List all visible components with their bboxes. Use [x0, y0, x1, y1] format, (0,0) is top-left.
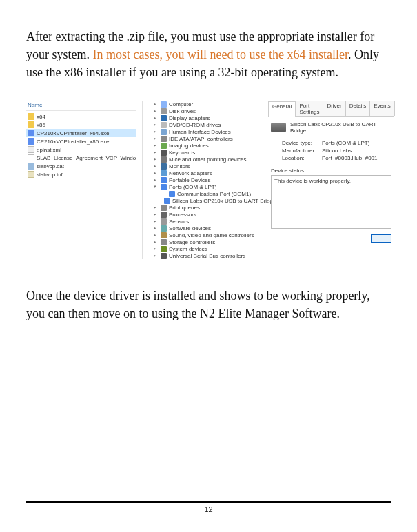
device-tree-node[interactable]: ▸Print queues	[145, 204, 259, 211]
properties-tab[interactable]: Driver	[323, 101, 345, 116]
device-tree-node[interactable]: ▸Network adapters	[145, 170, 259, 176]
explorer-file-row[interactable]: slabvcp.inf	[26, 170, 136, 178]
page-number: 12	[26, 504, 391, 513]
device-status-text: This device is working properly.	[274, 178, 351, 184]
explorer-file-label: x64	[37, 114, 45, 120]
device-tree-node[interactable]: ▾Ports (COM & LPT)	[145, 183, 259, 190]
device-tree-label: Sound, video and game controllers	[169, 232, 254, 238]
device-tree-label: Sensors	[169, 218, 189, 225]
explorer-file-row[interactable]: dpinst.xml	[26, 145, 136, 154]
device-tree-label: Print queues	[169, 205, 200, 211]
device-status-box: This device is working properly.	[271, 175, 391, 229]
tree-caret-icon: ▸	[154, 150, 159, 155]
device-title: Silicon Labs CP210x USB to UART Bridge	[290, 121, 391, 134]
explorer-file-row[interactable]: slabvcp.cat	[26, 162, 136, 170]
tree-caret-icon: ▸	[154, 163, 159, 169]
explorer-column-header[interactable]: Name	[26, 101, 136, 111]
device-category-icon	[161, 184, 167, 190]
page-footer: 12	[26, 501, 391, 515]
explorer-file-label: SLAB_License_Agreement_VCP_Windows.txt	[37, 155, 136, 161]
intro-highlight: In most cases, you will need to use the …	[93, 48, 348, 61]
tree-caret-icon: ▾	[154, 184, 159, 190]
properties-tab[interactable]: Port Settings	[295, 101, 323, 116]
device-tree-node[interactable]: ▸Disk drives	[145, 108, 259, 114]
device-property-value: Ports (COM & LPT)	[322, 140, 369, 146]
device-category-icon	[164, 198, 170, 204]
followup-paragraph: Once the device driver is installed and …	[26, 287, 391, 323]
device-tree-node[interactable]: ▸Mice and other pointing devices	[145, 156, 259, 163]
device-tree-node[interactable]: Silicon Labs CP210x USB to UART Bridge (…	[145, 197, 259, 204]
tree-caret-icon: ▸	[154, 246, 159, 252]
tree-caret-icon: ▸	[154, 129, 159, 134]
device-property-key: Device type:	[282, 140, 322, 146]
tree-caret-icon: ▸	[154, 156, 159, 162]
device-tree-label: Monitors	[169, 163, 190, 170]
explorer-file-label: slabvcp.cat	[37, 163, 64, 170]
properties-tab[interactable]: Events	[369, 101, 394, 116]
ok-button[interactable]	[371, 234, 391, 243]
device-tree-node[interactable]: ▸Software devices	[145, 225, 259, 232]
device-tree-node[interactable]: ▸DVD/CD-ROM drives	[145, 121, 259, 128]
xml-icon	[28, 146, 34, 153]
device-category-icon	[161, 143, 167, 149]
device-tree-node[interactable]: ▸System devices	[145, 245, 259, 252]
explorer-file-label: x86	[37, 122, 45, 128]
explorer-file-row[interactable]: x64	[26, 112, 136, 121]
device-tree-node[interactable]: ▸Monitors	[145, 163, 259, 170]
explorer-file-row[interactable]: CP210xVCPInstaller_x64.exe	[26, 129, 136, 137]
device-tree-label: Ports (COM & LPT)	[169, 184, 216, 190]
footer-divider-top	[26, 501, 391, 503]
tree-caret-icon: ▸	[154, 212, 159, 217]
explorer-file-row[interactable]: x86	[26, 121, 136, 129]
device-category-icon	[161, 232, 167, 238]
device-tree-node[interactable]: ▸Portable Devices	[145, 176, 259, 183]
tree-caret-icon: ▸	[154, 225, 159, 231]
device-tree-label: Mice and other pointing devices	[169, 156, 247, 163]
explorer-file-label: slabvcp.inf	[37, 172, 63, 178]
device-tree-label: Network adapters	[169, 170, 212, 176]
tree-caret-icon: ▸	[154, 143, 159, 148]
device-property-key: Location:	[282, 155, 322, 161]
explorer-file-row[interactable]: SLAB_License_Agreement_VCP_Windows.txt	[26, 154, 136, 162]
device-tree-node[interactable]: Communications Port (COM1)	[145, 190, 259, 197]
file-explorer-pane: Name x64x86CP210xVCPInstaller_x64.exeCP2…	[26, 101, 136, 259]
device-category-icon	[161, 163, 167, 170]
device-category-icon	[161, 239, 167, 245]
device-category-icon	[161, 212, 167, 218]
device-tree-node[interactable]: ▸Sensors	[145, 218, 259, 225]
device-tree-node[interactable]: ▸Imaging devices	[145, 142, 259, 149]
tree-caret-icon: ▸	[154, 136, 159, 141]
explorer-file-row[interactable]: CP210xVCPInstaller_x86.exe	[26, 137, 136, 145]
device-tree-node[interactable]: ▸Universal Serial Bus controllers	[145, 252, 259, 259]
device-tree-node[interactable]: ▸Storage controllers	[145, 238, 259, 245]
device-tree-node[interactable]: ▸Keyboards	[145, 149, 259, 156]
footer-divider-bottom	[26, 515, 391, 515]
tree-caret-icon: ▸	[154, 239, 159, 245]
device-properties-pane: GeneralPort SettingsDriverDetailsEvents …	[265, 101, 394, 259]
tree-caret-icon: ▸	[154, 177, 159, 183]
device-tree-node[interactable]: ▸Display adapters	[145, 114, 259, 121]
device-category-icon	[161, 115, 167, 121]
device-tree-node[interactable]: ▸Processors	[145, 211, 259, 218]
device-tree-node[interactable]: ▸Sound, video and game controllers	[145, 232, 259, 238]
explorer-file-label: CP210xVCPInstaller_x64.exe	[37, 130, 109, 136]
driver-screenshot: Name x64x86CP210xVCPInstaller_x64.exeCP2…	[26, 101, 391, 259]
device-tree-node[interactable]: ▸Computer	[145, 101, 259, 108]
tree-caret-icon: ▸	[154, 101, 159, 107]
device-tree-label: Processors	[169, 212, 196, 218]
device-tree-node[interactable]: ▸IDE ATA/ATAPI controllers	[145, 135, 259, 142]
txt-icon	[28, 154, 34, 161]
device-tree-label: Keyboards	[169, 150, 195, 156]
device-tree-node[interactable]: ▸Human Interface Devices	[145, 128, 259, 135]
tree-caret-icon: ▸	[154, 205, 159, 210]
device-category-icon	[161, 136, 167, 142]
properties-tab[interactable]: Details	[345, 101, 370, 116]
properties-tab[interactable]: General	[268, 101, 296, 117]
device-property-row: Device type:Ports (COM & LPT)	[268, 139, 394, 147]
device-tree-label: System devices	[169, 246, 207, 252]
device-category-icon	[161, 170, 167, 176]
explorer-file-label: dpinst.xml	[37, 147, 61, 153]
device-category-icon	[161, 253, 167, 259]
tree-caret-icon: ▸	[154, 253, 159, 258]
device-icon	[271, 123, 286, 132]
